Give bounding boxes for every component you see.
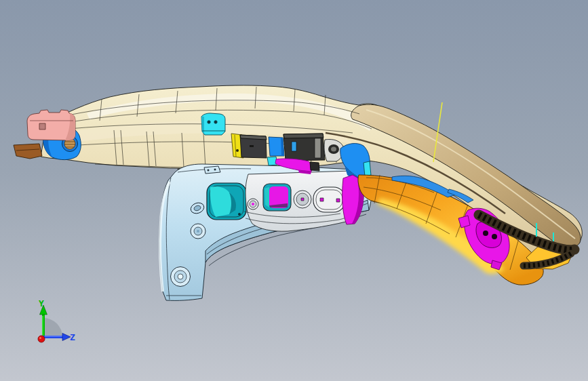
sill-opening-teal-sliver (264, 187, 269, 207)
mini-bracket-dot-1 (208, 169, 210, 172)
sill-hole-small-dot (252, 203, 254, 205)
part-rail-top-bracket[interactable] (201, 113, 225, 135)
damper-a-slot (250, 145, 254, 147)
arch-grommet-lower-dot (178, 274, 183, 279)
x-axis-origin-dot (38, 336, 45, 342)
bracket-bolt-hole-2 (492, 234, 497, 239)
x-axis-origin-highlight (39, 337, 41, 339)
sill-hole-round-dot (301, 198, 304, 201)
sill-oval-opening (313, 187, 345, 212)
bracket-hole-left (208, 121, 210, 123)
dark-piece-small (310, 162, 319, 171)
bracket-square-hole (39, 123, 45, 129)
pocket-dot (238, 213, 241, 216)
arch-mini-bracket (204, 166, 220, 174)
z-axis-label: Z (70, 332, 75, 342)
sill-oval-dot-2 (336, 199, 340, 202)
model-canvas[interactable]: Y Z (0, 0, 588, 381)
cad-viewport[interactable]: Y Z (0, 0, 588, 381)
wedge-hole-inner (331, 147, 336, 152)
rail-bracket-body[interactable] (201, 113, 225, 135)
y-axis-label: Y (39, 298, 44, 308)
damper-b-gray-strip (315, 138, 321, 158)
damper-b-top (283, 134, 324, 138)
sill-oval-dot-1 (320, 198, 324, 201)
mini-bracket-dot-2 (214, 169, 216, 171)
bracket-hole-right (214, 121, 217, 123)
damper-b-blue-slot (292, 142, 296, 151)
bracket-bolt-hole-1 (483, 230, 488, 236)
part-lower-hook-bracket[interactable] (14, 144, 42, 159)
shim-dot (236, 149, 239, 152)
cyan-post[interactable] (364, 161, 371, 176)
arch-grommet-upper-dot (197, 230, 199, 233)
